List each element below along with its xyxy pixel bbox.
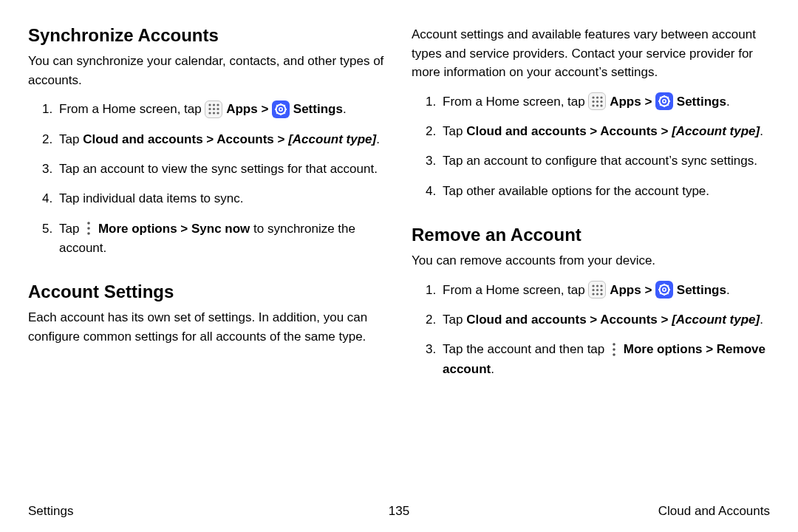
heading-account-settings: Account Settings <box>28 282 386 302</box>
settings-icon <box>272 100 290 118</box>
acct-intro: Each account has its own set of settings… <box>28 308 386 346</box>
apps-label: Apps <box>610 283 641 297</box>
more-options-icon <box>608 341 620 358</box>
sync-intro: You can synchronize your calendar, conta… <box>28 52 386 89</box>
step-text: . <box>491 362 494 376</box>
step-end: . <box>760 124 763 138</box>
chevron: > <box>644 95 655 109</box>
right-column: Account settings and available features … <box>412 25 770 499</box>
account-type: [Account type] <box>288 132 376 146</box>
step-text: Tap <box>59 222 83 236</box>
list-item: From a Home screen, tap Apps > Settings. <box>440 281 770 301</box>
acct-steps: From a Home screen, tap Apps > Settings.… <box>412 92 770 202</box>
path: Cloud and accounts > Accounts > <box>466 124 672 138</box>
list-item: From a Home screen, tap Apps > Settings. <box>440 92 770 112</box>
remove-intro: You can remove accounts from your device… <box>412 251 770 270</box>
step-end: . <box>376 132 380 146</box>
settings-label: Settings <box>293 102 343 116</box>
path: Cloud and accounts > Accounts > <box>466 313 672 327</box>
account-type: [Account type] <box>672 313 760 327</box>
step-text: From a Home screen, tap <box>443 95 588 109</box>
apps-icon <box>205 100 222 118</box>
apps-icon <box>588 92 606 110</box>
list-item: Tap individual data items to sync. <box>56 189 386 208</box>
page-number: 135 <box>191 504 607 519</box>
remove-steps: From a Home screen, tap Apps > Settings.… <box>412 281 770 380</box>
page-footer: Settings 135 Cloud and Accounts <box>28 499 770 519</box>
step-end: . <box>726 95 730 109</box>
heading-remove-account: Remove an Account <box>412 225 770 245</box>
step-end: . <box>726 283 730 297</box>
step-end: . <box>343 102 347 116</box>
step-text: Tap <box>59 132 83 146</box>
manual-page: Synchronize Accounts You can synchronize… <box>0 0 798 532</box>
list-item: Tap the account and then tap More option… <box>440 340 770 379</box>
list-item: Tap an account to view the sync settings… <box>56 160 386 179</box>
chevron: > <box>261 102 272 116</box>
apps-label: Apps <box>226 102 258 116</box>
step-end: . <box>760 313 763 327</box>
heading-synchronize: Synchronize Accounts <box>28 25 386 46</box>
step-text: Tap <box>443 313 466 327</box>
more-label: More options > Sync now <box>98 222 250 236</box>
right-intro: Account settings and available features … <box>412 25 770 82</box>
more-options-icon <box>83 220 95 236</box>
list-item: Tap other available options for the acco… <box>440 182 770 201</box>
columns: Synchronize Accounts You can synchronize… <box>28 25 770 499</box>
step-text: From a Home screen, tap <box>59 102 205 116</box>
step-text: Tap the account and then tap <box>443 342 608 356</box>
chevron: > <box>644 283 655 297</box>
footer-right: Cloud and Accounts <box>607 504 770 519</box>
account-type: [Account type] <box>672 124 760 138</box>
step-text: Tap <box>443 124 466 138</box>
apps-icon <box>588 281 606 299</box>
list-item: Tap Cloud and accounts > Accounts > [Acc… <box>56 130 386 149</box>
settings-icon <box>655 281 673 299</box>
list-item: Tap Cloud and accounts > Accounts > [Acc… <box>440 310 770 330</box>
path: Cloud and accounts > Accounts > <box>83 132 288 146</box>
footer-left: Settings <box>28 504 191 519</box>
list-item: From a Home screen, tap Apps > Settings. <box>56 100 386 120</box>
apps-label: Apps <box>610 95 641 109</box>
left-column: Synchronize Accounts You can synchronize… <box>28 25 386 499</box>
settings-label: Settings <box>677 283 726 297</box>
settings-label: Settings <box>677 95 726 109</box>
list-item: Tap More options > Sync now to synchroni… <box>56 219 386 259</box>
list-item: Tap Cloud and accounts > Accounts > [Acc… <box>440 122 770 141</box>
step-text: From a Home screen, tap <box>443 283 588 297</box>
settings-icon <box>655 92 673 110</box>
list-item: Tap an account to configure that account… <box>440 151 770 171</box>
sync-steps: From a Home screen, tap Apps > Settings.… <box>28 100 386 258</box>
